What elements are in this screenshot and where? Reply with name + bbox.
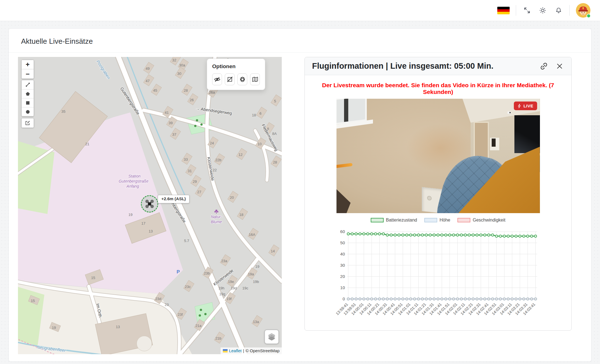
video-orange-object xyxy=(336,163,353,168)
house-number-label: 19g xyxy=(219,292,225,296)
expand-icon[interactable] xyxy=(522,6,532,15)
layers-icon xyxy=(267,333,276,341)
svg-text:40: 40 xyxy=(340,252,345,256)
lightning-icon xyxy=(517,104,521,108)
house-number-label: 26 xyxy=(190,98,194,102)
live-badge: LIVE xyxy=(514,102,537,110)
draw-circle-icon[interactable] xyxy=(22,107,34,116)
poi-label: Anfang xyxy=(126,184,139,188)
legend-item-Geschwindigkeit[interactable]: Geschwindigkeit xyxy=(457,218,505,223)
hex-settings-icon[interactable] xyxy=(237,73,247,85)
house-number-label: 16A xyxy=(249,232,255,237)
map-icon[interactable] xyxy=(250,73,260,85)
house-number-label: 19e xyxy=(228,280,234,284)
legend-swatch xyxy=(457,218,470,222)
chart-canvas: 010203040506013:59:4113:59:5114:00:0114:… xyxy=(329,223,548,322)
legend-label: Batteriezustand xyxy=(386,218,417,223)
drone-marker[interactable] xyxy=(141,195,158,213)
house-number-label: 28 xyxy=(184,88,188,93)
live-badge-label: LIVE xyxy=(523,103,533,108)
legend-item-Höhe[interactable]: Höhe xyxy=(424,218,450,223)
house-number-label: 35 xyxy=(61,109,65,114)
house-number-label: 19 xyxy=(52,326,56,330)
map-layers-control[interactable] xyxy=(264,330,279,344)
divider xyxy=(516,5,516,16)
link-icon[interactable] xyxy=(539,62,548,71)
bell-icon[interactable] xyxy=(554,6,563,15)
house-number-label: 22b xyxy=(215,158,221,162)
brightness-icon[interactable] xyxy=(538,6,548,15)
map-options-popup: Optionen xyxy=(207,59,265,90)
video-power-outlet xyxy=(427,196,432,201)
poi-label: Gutenbergstraße xyxy=(119,179,148,183)
top-navbar xyxy=(0,0,600,21)
house-number-label: 19a xyxy=(248,272,254,276)
telemetry-chart[interactable]: BatteriezustandHöheGeschwindigkeit 01020… xyxy=(329,218,548,323)
zoom-in-button[interactable]: + xyxy=(22,60,34,69)
legend-swatch xyxy=(371,218,384,222)
house-number-label: 12 xyxy=(239,153,242,157)
house-number-label: 27 xyxy=(197,190,201,194)
select-area-icon[interactable] xyxy=(225,73,235,85)
legend-label: Geschwindigkeit xyxy=(473,218,505,223)
svg-text:30: 30 xyxy=(340,263,345,268)
house-number-label: 45 xyxy=(153,88,157,93)
draw-polygon-icon[interactable] xyxy=(22,89,34,98)
page-title: Aktuelle Live-Einsätze xyxy=(21,37,579,46)
poi-label: Station xyxy=(128,174,141,178)
house-number-label: 31 xyxy=(188,169,192,173)
house-number-label: 8A xyxy=(272,132,277,136)
close-icon[interactable] xyxy=(555,62,564,71)
house-number-label: 30 xyxy=(177,72,181,76)
chart-legend: BatteriezustandHöheGeschwindigkeit xyxy=(329,218,548,223)
poi-label: Blume xyxy=(211,220,222,224)
video-tv-screen xyxy=(514,115,540,153)
house-number-label: 19f xyxy=(226,297,232,301)
house-number-label: 18 xyxy=(252,113,256,117)
german-flag-icon[interactable] xyxy=(497,7,510,14)
house-number-label: 10 xyxy=(258,142,262,146)
house-number-label: 23b xyxy=(204,271,210,275)
zoom-out-button[interactable]: − xyxy=(22,69,34,79)
house-number-label: 21 xyxy=(85,142,89,146)
edit-layers-icon[interactable] xyxy=(22,118,34,128)
house-number-label: 5 xyxy=(274,99,276,103)
legend-label: Höhe xyxy=(439,218,450,223)
map-edit-control xyxy=(21,118,34,128)
map-building-courtyard xyxy=(137,336,152,351)
house-number-label: 19 xyxy=(255,264,259,269)
house-number-label: 15 xyxy=(31,299,35,303)
house-number-label: 5.7 xyxy=(184,239,189,243)
draw-rectangle-icon[interactable] xyxy=(22,98,34,107)
chart-y-axis-labels: 0102030405060 xyxy=(340,229,345,301)
live-video[interactable]: LIVE xyxy=(336,99,540,213)
leaflet-link[interactable]: Leaflet xyxy=(229,348,242,353)
house-number-label: 39 xyxy=(169,121,173,125)
house-number-label: 41 xyxy=(165,110,169,115)
flight-info-panel: Fluginformationen | Live insgesamt: 05:0… xyxy=(304,57,572,331)
svg-text:60: 60 xyxy=(340,229,345,234)
attribution-separator: | xyxy=(243,348,244,353)
options-popup-title: Optionen xyxy=(212,63,260,70)
firefighter-avatar[interactable] xyxy=(576,3,590,18)
house-number-label: 37 xyxy=(172,132,176,137)
house-number-label: 19 xyxy=(129,213,132,217)
house-number-label: 24 xyxy=(210,141,214,145)
house-number-label: 49 xyxy=(146,66,150,71)
map-panel[interactable]: 32330a304947452826a26413937561888A101224… xyxy=(18,57,282,354)
house-number-label: 6 xyxy=(259,111,261,116)
video-wall-camera xyxy=(507,111,511,114)
house-number-label: 15 xyxy=(91,276,95,280)
eye-off-icon[interactable] xyxy=(212,73,222,85)
video-shelf xyxy=(490,138,499,150)
legend-item-Batteriezustand[interactable]: Batteriezustand xyxy=(371,218,417,223)
legend-swatch xyxy=(424,218,437,222)
draw-polyline-icon[interactable] xyxy=(22,80,34,89)
svg-text:50: 50 xyxy=(340,240,345,245)
chart-x-axis-labels: 13:59:4113:59:5114:00:0114:00:1114:00:21… xyxy=(335,302,536,316)
house-number-label: 19c xyxy=(242,286,248,290)
house-number-label: 19d xyxy=(231,286,237,290)
svg-text:20: 20 xyxy=(340,274,345,279)
house-number-label: 19h xyxy=(218,286,225,290)
house-number-label: 23 xyxy=(165,303,169,307)
